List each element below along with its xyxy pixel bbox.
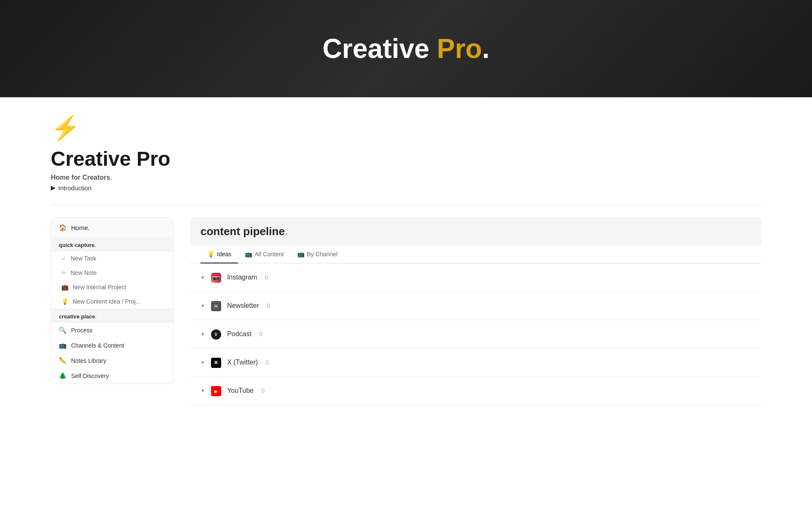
newsletter-icon: ✉ <box>210 300 222 312</box>
lightning-icon: ⚡ <box>51 114 761 142</box>
home-icon: 🏠 <box>59 224 67 231</box>
notes-library-label: Notes Library <box>71 357 106 364</box>
channel-row-newsletter[interactable]: ▼ ✉ Newsletter 0 <box>190 292 761 321</box>
twitter-count: 0 <box>266 359 269 366</box>
new-internal-project-label: New Internal Project <box>73 284 126 290</box>
all-content-tab-label: All Content <box>255 251 283 258</box>
instagram-icon: 📷 <box>210 272 222 283</box>
chevron-down-icon: ▼ <box>200 332 205 337</box>
sidebar: 🏠 Home. quick capture. ✓ New Task ✏ New … <box>51 217 173 384</box>
podcast-label: Podcast <box>227 330 252 338</box>
channels-icon: 📺 <box>59 342 67 349</box>
new-content-idea-label: New Content Idea / Proj... <box>73 298 140 305</box>
chevron-down-icon: ▼ <box>200 388 205 393</box>
hero-title-white: Creative <box>323 33 437 64</box>
creative-place-header: creative place. <box>51 309 173 323</box>
process-label: Process <box>71 327 93 334</box>
ideas-tab-icon: 💡 <box>207 251 214 258</box>
hero-banner: Creative Pro. <box>0 0 812 97</box>
channel-row-instagram[interactable]: ▼ 📷 Instagram 0 <box>190 263 761 292</box>
channel-row-youtube[interactable]: ▼ ▶ YouTube 0 <box>190 377 761 406</box>
chevron-right-icon: ▶ <box>51 184 56 192</box>
hero-title-accent: Pro <box>437 33 482 64</box>
page-title: Creative Pro <box>51 147 761 170</box>
check-icon: ✓ <box>61 255 66 262</box>
briefcase-icon: 💼 <box>61 284 69 290</box>
new-task-label: New Task <box>71 255 96 262</box>
all-content-tab-icon: 📺 <box>245 251 252 258</box>
podcast-icon: 🎙 <box>210 329 222 340</box>
new-note-item[interactable]: ✏ New Note <box>51 266 173 280</box>
page-body: ⚡ Creative Pro Home for Creators. ▶ Intr… <box>0 97 812 422</box>
chevron-down-icon: ▼ <box>200 275 205 280</box>
by-channel-tab-label: By Channel <box>307 251 337 258</box>
youtube-count: 0 <box>261 387 265 394</box>
new-note-label: New Note <box>71 269 96 276</box>
youtube-label: YouTube <box>227 387 254 395</box>
intro-toggle[interactable]: ▶ Introduction <box>51 184 761 192</box>
chevron-down-icon: ▼ <box>200 360 205 365</box>
content-area: content pipeline. 💡 Ideas 📺 All Content … <box>190 217 761 405</box>
new-task-item[interactable]: ✓ New Task <box>51 251 173 266</box>
pencil-icon: ✏ <box>61 269 66 276</box>
quick-capture-header: quick capture. <box>51 238 173 251</box>
twitter-label: X (Twitter) <box>227 359 258 366</box>
channels-content-nav-item[interactable]: 📺 Channels & Content <box>51 338 173 353</box>
notes-library-nav-item[interactable]: ✏️ Notes Library <box>51 353 173 368</box>
newsletter-label: Newsletter <box>227 302 259 310</box>
page-subtitle: Home for Creators. <box>51 174 761 181</box>
new-internal-project-item[interactable]: 💼 New Internal Project <box>51 280 173 294</box>
process-icon: 🔍 <box>59 326 67 334</box>
youtube-icon: ▶ <box>210 385 222 397</box>
channel-list: ▼ 📷 Instagram 0 ▼ ✉ Newsletter 0 <box>190 263 761 405</box>
ideas-tab-label: Ideas <box>217 251 231 258</box>
intro-label: Introduction <box>58 184 91 192</box>
main-layout: 🏠 Home. quick capture. ✓ New Task ✏ New … <box>51 217 761 405</box>
pipeline-tabs: 💡 Ideas 📺 All Content 📺 By Channel <box>190 246 761 263</box>
newsletter-count: 0 <box>266 302 270 309</box>
channel-row-twitter[interactable]: ▼ ✕ X (Twitter) 0 <box>190 348 761 377</box>
instagram-label: Instagram <box>227 274 257 281</box>
instagram-count: 0 <box>265 274 268 281</box>
chevron-down-icon: ▼ <box>200 303 205 308</box>
tab-by-channel[interactable]: 📺 By Channel <box>291 246 344 263</box>
new-content-idea-item[interactable]: 💡 New Content Idea / Proj... <box>51 294 173 309</box>
hero-title: Creative Pro. <box>323 33 490 64</box>
self-discovery-nav-item[interactable]: 🌲 Self Discovery <box>51 368 173 384</box>
tab-all-content[interactable]: 📺 All Content <box>238 246 290 263</box>
by-channel-tab-icon: 📺 <box>297 251 304 258</box>
hero-title-end: . <box>482 33 490 64</box>
sidebar-home-item[interactable]: 🏠 Home. <box>51 218 173 238</box>
self-discovery-label: Self Discovery <box>71 373 109 379</box>
tab-ideas[interactable]: 💡 Ideas <box>200 246 238 263</box>
divider <box>51 204 761 205</box>
content-pipeline-header: content pipeline. <box>190 217 761 246</box>
sidebar-home-label: Home. <box>71 224 90 231</box>
lightbulb-icon: 💡 <box>61 298 69 305</box>
channels-label: Channels & Content <box>71 342 124 349</box>
twitter-icon: ✕ <box>210 357 222 368</box>
podcast-count: 0 <box>259 331 263 337</box>
channel-row-podcast[interactable]: ▼ 🎙 Podcast 0 <box>190 320 761 348</box>
notes-icon: ✏️ <box>59 357 67 364</box>
process-nav-item[interactable]: 🔍 Process <box>51 323 173 338</box>
tree-icon: 🌲 <box>59 372 67 380</box>
